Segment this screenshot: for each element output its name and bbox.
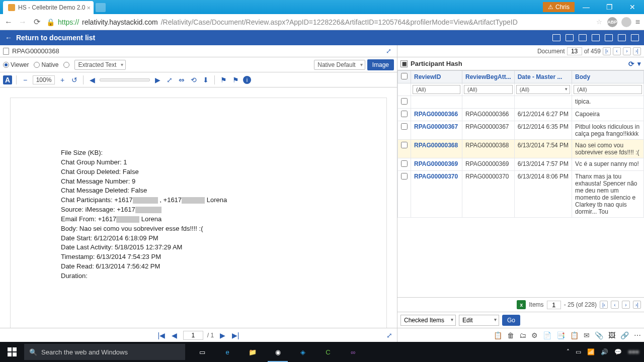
maximize-button[interactable]: ❐ <box>598 0 621 14</box>
layout-icon-4[interactable] <box>592 34 600 41</box>
cell-reviewid[interactable]: RPAG00000367 <box>411 121 462 140</box>
return-to-list-button[interactable]: ← Return to document list <box>5 34 95 42</box>
page-slider[interactable] <box>100 78 150 81</box>
pager-next-icon[interactable]: › <box>622 301 630 309</box>
next-page-btn[interactable]: ▶ <box>218 331 227 340</box>
fit-width-icon[interactable]: ⇔ <box>177 75 186 84</box>
cell-reviewid[interactable] <box>411 96 462 109</box>
action-icon-12[interactable]: ⋯ <box>634 331 641 339</box>
action-icon-9[interactable]: 📎 <box>595 331 603 339</box>
bookmark-icon[interactable]: ☆ <box>596 18 602 26</box>
tray-battery-icon[interactable]: ▭ <box>576 348 581 355</box>
panel-menu-icon[interactable]: ▾ <box>637 60 641 67</box>
row-checkbox[interactable] <box>401 98 408 105</box>
teamviewer-icon[interactable]: ◈ <box>291 342 315 362</box>
zoom-out-icon[interactable]: − <box>21 75 30 84</box>
expand-bottom-icon[interactable]: ⤢ <box>385 331 394 340</box>
forward-button[interactable]: → <box>18 18 27 27</box>
filter-body[interactable]: (All) <box>574 85 642 94</box>
layout-icon-7[interactable] <box>631 34 639 41</box>
pager-page-input[interactable] <box>547 301 561 309</box>
action-icon-6[interactable]: 📑 <box>556 331 565 339</box>
tool-icon-1[interactable]: ⚑ <box>219 75 228 84</box>
close-button[interactable]: ✕ <box>621 0 644 14</box>
col-reviewbeg[interactable]: ReviewBegAtt... <box>462 71 515 83</box>
play-icon[interactable]: ▶ <box>153 75 162 84</box>
edge-icon[interactable]: e <box>215 342 239 362</box>
undo-icon[interactable]: ↺ <box>70 75 79 84</box>
explorer-icon[interactable]: 📁 <box>240 342 265 362</box>
cell-reviewid[interactable]: RPAG00000368 <box>411 140 462 158</box>
viewer-radio[interactable]: Viewer <box>3 61 29 68</box>
docnav-next-icon[interactable]: › <box>623 47 631 55</box>
camtasia-icon[interactable]: C <box>316 342 340 362</box>
action-icon-4[interactable]: ⚙ <box>531 331 538 339</box>
reload-button[interactable]: ⟳ <box>32 18 41 27</box>
chrome-icon[interactable]: ◉ <box>266 342 290 362</box>
abp-extension-icon[interactable]: ABP <box>607 17 617 27</box>
expand-icon[interactable]: ⤢ <box>386 47 394 55</box>
action-icon-3[interactable]: 🗂 <box>519 331 526 339</box>
fit-icon[interactable]: ⤢ <box>165 75 174 84</box>
extracted-radio[interactable] <box>63 62 69 68</box>
cell-reviewid[interactable]: RPAG00000369 <box>411 158 462 171</box>
action-icon-11[interactable]: 🔗 <box>620 331 629 339</box>
col-body[interactable]: Body <box>572 71 644 83</box>
col-date[interactable]: Date - Master ... <box>514 71 572 83</box>
back-button[interactable]: ← <box>4 18 13 27</box>
export-excel-icon[interactable]: x <box>517 300 526 309</box>
extension-icon[interactable] <box>621 17 631 27</box>
tray-wifi-icon[interactable]: 📶 <box>587 348 595 355</box>
pager-first-icon[interactable]: |‹ <box>600 301 608 309</box>
cell-reviewid[interactable]: RPAG00000370 <box>411 171 462 218</box>
tray-up-icon[interactable]: ˄ <box>567 348 570 355</box>
row-checkbox[interactable] <box>401 160 408 167</box>
new-tab-button[interactable] <box>96 3 106 12</box>
refresh-icon[interactable]: ⟳ <box>628 60 634 68</box>
taskbar-search[interactable]: 🔍 Search the web and Windows <box>24 344 185 360</box>
extracted-text-select[interactable]: Extracted Text <box>74 60 126 70</box>
native-radio[interactable]: Native <box>34 61 58 68</box>
visualstudio-icon[interactable]: ∞ <box>341 342 365 362</box>
table-row[interactable]: RPAG00000369RPAG000003696/13/2014 7:57 P… <box>398 158 644 171</box>
pager-prev-icon[interactable]: ‹ <box>611 301 619 309</box>
zoom-input[interactable]: 100% <box>33 75 55 84</box>
info-icon[interactable]: i <box>243 76 251 84</box>
layout-icon-1[interactable] <box>552 34 560 41</box>
docnav-prev-icon[interactable]: ‹ <box>613 47 621 55</box>
action-icon-10[interactable]: 🖼 <box>608 331 615 339</box>
url-input[interactable]: 🔒 https://relativity.haystackid.com/Rela… <box>46 18 591 26</box>
select-all-checkbox[interactable] <box>398 71 411 83</box>
docnav-input[interactable] <box>567 47 582 55</box>
table-row[interactable]: RPAG00000366RPAG000003666/12/2014 6:27 P… <box>398 109 644 121</box>
first-page-icon[interactable]: |◀ <box>157 331 166 340</box>
action-icon-8[interactable]: ✉ <box>584 331 590 339</box>
filter-reviewbeg[interactable]: (All) <box>464 85 513 94</box>
tray-volume-icon[interactable]: 🔊 <box>601 348 608 355</box>
cell-reviewid[interactable]: RPAG00000366 <box>411 109 462 121</box>
col-reviewid[interactable]: ReviewID <box>411 71 462 83</box>
last-page-icon[interactable]: ▶| <box>231 331 240 340</box>
action-icon-2[interactable]: 🗑 <box>507 331 514 339</box>
docnav-first-icon[interactable]: |‹ <box>603 47 611 55</box>
layout-icon-5[interactable] <box>605 34 613 41</box>
rotate-icon[interactable]: ⟲ <box>189 75 198 84</box>
chrome-menu-icon[interactable]: ≡ <box>635 18 640 27</box>
filter-reviewid[interactable]: (All) <box>413 85 460 94</box>
go-button[interactable]: Go <box>502 315 520 326</box>
taskview-icon[interactable]: ▭ <box>190 342 214 362</box>
layout-icon-2[interactable] <box>566 34 574 41</box>
table-row[interactable]: RPAG00000370RPAG000003706/13/2014 8:06 P… <box>398 171 644 218</box>
prev-page-btn[interactable]: ◀ <box>170 331 179 340</box>
prev-page-icon[interactable]: ◀ <box>88 75 97 84</box>
action-icon-1[interactable]: 📋 <box>494 331 502 339</box>
start-button[interactable] <box>0 342 24 362</box>
checked-items-select[interactable]: Checked Items <box>400 315 456 326</box>
pager-last-icon[interactable]: ›| <box>633 301 641 309</box>
tray-clock[interactable]: ■■■ <box>628 348 639 355</box>
row-checkbox[interactable] <box>401 173 408 179</box>
filter-date[interactable]: (All) <box>516 85 570 94</box>
tab-close-icon[interactable]: × <box>87 4 91 12</box>
table-row[interactable]: RPAG00000367RPAG000003676/12/2014 6:35 P… <box>398 121 644 140</box>
browser-user-badge[interactable]: ⚠ Chris <box>543 2 575 12</box>
